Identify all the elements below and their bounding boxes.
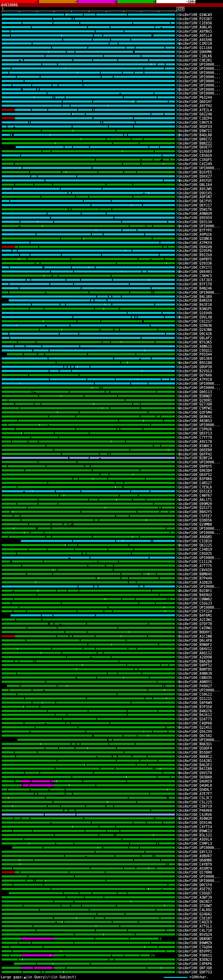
hit-label[interactable]: UniRef100_Q4Y1J3	[178, 850, 212, 854]
hit-label[interactable]: UniRef100_B9WK13	[178, 829, 212, 833]
hit-label[interactable]: UniRef100_C5KY19	[178, 805, 212, 808]
hit-label[interactable]: UniRef100_Q9S9S9	[178, 216, 212, 220]
hit-label[interactable]: UniRef100_B2BF24	[178, 456, 212, 460]
alignment-row[interactable]: UniRef100_UPI0000...	[0, 79, 223, 83]
hit-label[interactable]: UniRef100_C7E9L6	[178, 485, 212, 489]
alignment-row[interactable]: UniRef100_C0H7C9	[0, 120, 223, 124]
hit-label[interactable]: UniRef100_Q8LI64	[178, 183, 212, 187]
hit-label[interactable]: UniRef100_B4F6M1	[178, 614, 212, 617]
alignment-row[interactable]: UniRef100_C1MJ10	[0, 41, 223, 46]
alignment-row[interactable]: UniRef100_A7E2L4	[0, 108, 223, 112]
alignment-row[interactable]: UniRef100_C5Y224	[0, 609, 223, 613]
hit-label[interactable]: UniRef100_Q8J225	[178, 543, 212, 547]
alignment-row[interactable]: UniRef100_B8BZZ2	[0, 141, 223, 145]
alignment-row[interactable]: UniRef100_A7PK59	[0, 240, 223, 245]
alignment-row[interactable]: UniRef100_UPI0000...	[0, 224, 223, 228]
alignment-row[interactable]: UniRef100_Q9P8Y5	[0, 464, 223, 468]
alignment-row[interactable]: UniRef100_C4P6P6	[0, 962, 223, 966]
alignment-row[interactable]: UniRef100_C34B19	[0, 547, 223, 551]
alignment-row[interactable]: UniRef100_A2Q998	[0, 655, 223, 659]
hit-label[interactable]: UniRef100_B7FYP5	[178, 228, 212, 232]
alignment-row[interactable]: UniRef100_Q5DDF4	[0, 746, 223, 750]
hit-label[interactable]: UniRef100_A9TLL0	[178, 34, 212, 38]
hit-label[interactable]: UniRef100_C4QZC9	[178, 920, 212, 924]
alignment-row[interactable]: UniRef100_C1BLK6	[0, 54, 223, 58]
hit-label[interactable]: UniRef100_Q224S1	[178, 725, 212, 729]
alignment-row[interactable]: UniRef100_Q2QNC6	[0, 236, 223, 240]
alignment-row[interactable]: UniRef100_Q31215	[0, 696, 223, 700]
alignment-row[interactable]: UniRef100_B8M845	[0, 572, 223, 576]
hit-label[interactable]: UniRef100_Q2QNC6	[178, 237, 212, 240]
hit-label[interactable]: UniRef100_C1BLK6	[178, 54, 212, 58]
hit-label[interactable]: UniRef100_A9N0J0	[178, 671, 212, 676]
hit-label[interactable]: UniRef100_Q93134	[178, 220, 212, 224]
alignment-row[interactable]: UniRef100_Q251T1	[0, 506, 223, 510]
hit-label[interactable]: UniRef100_A9P1N7	[178, 195, 212, 199]
hit-label[interactable]: UniRef100_Q3F5M4	[178, 410, 212, 414]
alignment-row[interactable]: UniRef100_C4L092	[0, 908, 223, 912]
alignment-row[interactable]: UniRef100_C5GGJ3	[0, 601, 223, 605]
hit-label[interactable]: UniRef100_C5L225	[178, 800, 212, 804]
hit-label[interactable]: UniRef100_Q16949	[178, 311, 212, 315]
hit-label[interactable]: UniRef100_UPI0000...	[178, 62, 220, 67]
hit-label[interactable]: UniRef100_UPI0000...	[178, 382, 220, 385]
hit-label[interactable]: UniRef100_A2Q998	[178, 655, 212, 659]
alignment-row[interactable]: UniRef100_C4Z0W2	[0, 626, 223, 630]
alignment-row[interactable]: UniRef100_Q6EER0	[0, 448, 223, 452]
alignment-row[interactable]: UniRef100_C31B19	[0, 539, 223, 543]
hit-label[interactable]: UniRef100_C4WT67	[178, 494, 212, 498]
hit-label[interactable]: UniRef100_B4N246	[178, 286, 212, 290]
hit-label[interactable]: UniRef100_UPI0000...	[178, 79, 220, 83]
hit-label[interactable]: UniRef100_Q9C4Z6	[178, 332, 212, 336]
alignment-row[interactable]: UniRef100_C1BZP4	[0, 116, 223, 120]
alignment-row[interactable]: UniRef100_Q6FP42	[0, 452, 223, 456]
alignment-row[interactable]: UniRef100_Q162B1	[0, 759, 223, 763]
hit-label[interactable]: UniRef100_C7GQ94	[178, 945, 212, 949]
hit-label[interactable]: UniRef100_Q69K41	[178, 415, 212, 418]
hit-label[interactable]: UniRef100_A8Q112	[178, 651, 212, 655]
alignment-row[interactable]: UniRef100_UPI0000...	[0, 75, 223, 79]
hit-label[interactable]: UniRef100_A5E792	[178, 887, 212, 891]
alignment-row[interactable]: UniRef100_UPI0000...	[0, 83, 223, 87]
alignment-row[interactable]: UniRef100_Q8LAF2	[0, 336, 223, 340]
alignment-row[interactable]: UniRef100_Q16T73	[0, 717, 223, 721]
alignment-row[interactable]: UniRef100_C0Y271	[0, 265, 223, 269]
hit-label[interactable]: UniRef100_Q96384	[178, 469, 212, 473]
hit-label[interactable]: UniRef100_C4QP68	[178, 721, 212, 725]
hit-label[interactable]: UniRef100_C4YBT9	[178, 862, 212, 866]
alignment-row[interactable]: UniRef100_Q39836	[0, 323, 223, 328]
hit-label[interactable]: UniRef100_B4KG59	[178, 299, 212, 302]
alignment-row[interactable]: UniRef100_B6K3U1	[0, 742, 223, 746]
hit-label[interactable]: UniRef100_Q6FJQ0	[178, 966, 212, 970]
alignment-row[interactable]: UniRef100_A9BVR7	[0, 854, 223, 858]
alignment-row[interactable]: UniRef100_C4YTI4	[0, 825, 223, 829]
alignment-row[interactable]: UniRef100_UPI0000...	[0, 423, 223, 427]
hit-label[interactable]: UniRef100_Q68HB6	[178, 858, 212, 862]
alignment-row[interactable]: UniRef100_Q69K41	[0, 414, 223, 418]
alignment-row[interactable]: UniRef100_B7F1T0	[0, 282, 223, 286]
hit-label[interactable]: UniRef100_A1D8Z9	[178, 581, 212, 584]
hit-label[interactable]: UniRef100_B8A2B4	[178, 659, 212, 663]
alignment-row[interactable]: UniRef100_C4Z249	[0, 162, 223, 166]
hit-label[interactable]: UniRef100_Q59146	[178, 821, 212, 825]
hit-label[interactable]: UniRef100_Q6BXN7	[178, 937, 212, 941]
alignment-row[interactable]: UniRef100_UPI0000...	[0, 381, 223, 385]
hit-label[interactable]: UniRef100_C34B19	[178, 547, 212, 551]
hit-label[interactable]: UniRef100_C0Y271	[178, 266, 212, 269]
alignment-row[interactable]: UniRef100_Q4Z248	[0, 112, 223, 116]
alignment-row[interactable]: UniRef100_Q224S1	[0, 725, 223, 729]
hit-label[interactable]: UniRef100_UPI0000...	[178, 386, 220, 390]
alignment-row[interactable]: UniRef100_B6KBC2	[0, 754, 223, 759]
alignment-row[interactable]: UniRef100_B1NDC3	[0, 444, 223, 448]
alignment-row[interactable]: UniRef100_B5DFX3	[0, 124, 223, 129]
alignment-row[interactable]: UniRef100_P46060	[0, 808, 223, 813]
hit-label[interactable]: UniRef100_C4L710	[178, 929, 212, 932]
alignment-row[interactable]: UniRef100_A55M74	[0, 866, 223, 870]
alignment-row[interactable]: UniRef100_Q0CSY4	[0, 883, 223, 887]
hit-label[interactable]: UniRef100_UPI0000...	[178, 291, 220, 294]
alignment-row[interactable]: UniRef100_Q99M20	[0, 502, 223, 506]
hit-label[interactable]: UniRef100_B7G3K5	[178, 340, 212, 344]
hit-label[interactable]: UniRef100_A9TNV3	[178, 30, 212, 33]
hit-label[interactable]: UniRef100_C4Z249	[178, 162, 212, 166]
alignment-row[interactable]: UniRef100_A1C1N8	[0, 634, 223, 638]
